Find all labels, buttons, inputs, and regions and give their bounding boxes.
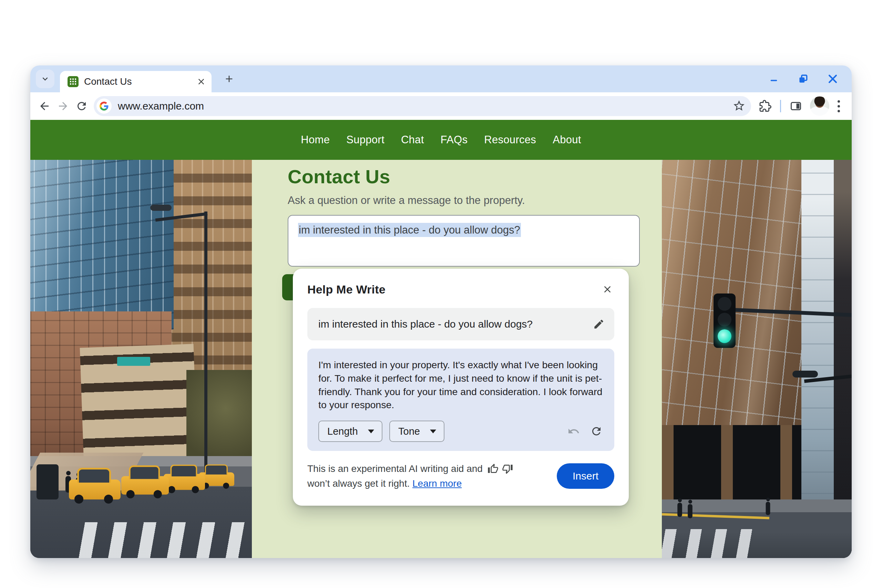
side-panel-icon[interactable] [787, 97, 805, 116]
taxi [121, 476, 169, 494]
suggestion-box: I'm interested in your property. It's ex… [308, 349, 614, 451]
taxi [69, 480, 121, 500]
google-logo-icon [96, 99, 112, 114]
restore-window-icon[interactable] [797, 73, 809, 85]
browser-menu-icon[interactable] [837, 100, 840, 112]
photo-street-right [662, 160, 852, 558]
tab-search-button[interactable] [36, 70, 54, 88]
traffic-light-green [714, 294, 736, 348]
prompt-text: im interested in this place - do you all… [318, 318, 593, 330]
taxi [164, 474, 205, 490]
streetlight-pole [204, 212, 207, 476]
undo-icon[interactable] [567, 425, 580, 438]
tree-layer [186, 370, 252, 466]
window-controls [768, 73, 838, 85]
tone-dropdown[interactable]: Tone [389, 421, 444, 442]
plus-icon [224, 74, 235, 84]
address-bar[interactable]: www.example.com [94, 96, 751, 116]
forward-button[interactable] [54, 97, 72, 116]
nav-link-support[interactable]: Support [346, 134, 384, 146]
pedestrian [766, 502, 770, 515]
suggestion-text: I'm interested in your property. It's ex… [318, 358, 604, 412]
minimize-icon[interactable] [768, 74, 779, 84]
dialog-close-icon[interactable] [600, 282, 614, 296]
length-label: Length [327, 426, 358, 437]
url-text: www.example.com [118, 100, 204, 112]
page-title: Contact Us [288, 165, 390, 188]
storefront-layer [662, 425, 801, 505]
bookmark-star-icon[interactable] [732, 99, 746, 114]
nav-link-resources[interactable]: Resources [484, 134, 536, 146]
tab-strip: Contact Us [30, 66, 852, 92]
contact-column: Contact Us Ask a question or write a mes… [252, 160, 662, 558]
nav-link-chat[interactable]: Chat [401, 134, 424, 146]
new-tab-button[interactable] [220, 70, 238, 88]
desktop-background: Contact Us [0, 0, 882, 588]
disclaimer-text: This is an experimental AI writing aid a… [308, 461, 513, 491]
toolbar-divider [780, 100, 781, 112]
crosswalk-stripes [68, 522, 252, 558]
thumb-up-icon[interactable] [488, 463, 498, 474]
trash-bin [36, 464, 58, 500]
site-favicon-icon [68, 76, 78, 87]
glass-building-layer [801, 160, 834, 558]
dark-building-layer [834, 160, 852, 558]
nav-link-about[interactable]: About [553, 134, 581, 146]
selected-text: im interested in this place - do you all… [298, 223, 521, 237]
edit-pencil-icon[interactable] [593, 318, 604, 330]
site-navbar: Home Support Chat FAQs Resources About [30, 120, 852, 160]
browser-window: Contact Us [30, 66, 852, 558]
streetlight-head [792, 370, 818, 378]
tab-close-icon[interactable] [196, 77, 206, 87]
crosswalk-stripes [662, 529, 758, 558]
pedestrian [677, 503, 682, 517]
chevron-down-icon [40, 74, 50, 84]
pedestrian [688, 504, 693, 518]
profile-avatar[interactable] [810, 96, 829, 116]
prompt-box: im interested in this place - do you all… [308, 308, 614, 340]
tone-label: Tone [398, 426, 420, 437]
dropdown-caret-icon [430, 429, 436, 434]
browser-toolbar: www.example.com [30, 92, 852, 120]
extensions-icon[interactable] [756, 97, 774, 116]
photo-street-left [30, 160, 252, 558]
nav-link-home[interactable]: Home [301, 134, 330, 146]
back-button[interactable] [35, 97, 54, 116]
length-dropdown[interactable]: Length [318, 421, 382, 442]
teal-sign [117, 357, 150, 366]
dialog-title: Help Me Write [308, 283, 386, 296]
reload-button[interactable] [72, 97, 91, 116]
page-content: Contact Us Ask a question or write a mes… [30, 160, 852, 558]
browser-tab-contact-us[interactable]: Contact Us [60, 71, 212, 92]
close-window-icon[interactable] [827, 73, 838, 85]
tab-title: Contact Us [84, 76, 196, 87]
nav-link-faqs[interactable]: FAQs [441, 134, 468, 146]
message-input[interactable]: im interested in this place - do you all… [288, 215, 640, 267]
insert-button[interactable]: Insert [557, 463, 614, 489]
thumb-down-icon[interactable] [502, 463, 513, 474]
learn-more-link[interactable]: Learn more [412, 478, 462, 489]
help-me-write-dialog: Help Me Write im interested in this plac… [293, 268, 629, 506]
page-subtitle: Ask a question or write a message to the… [288, 194, 525, 207]
streetlight-head [150, 205, 172, 211]
dropdown-caret-icon [368, 429, 374, 434]
regenerate-icon[interactable] [590, 425, 603, 438]
